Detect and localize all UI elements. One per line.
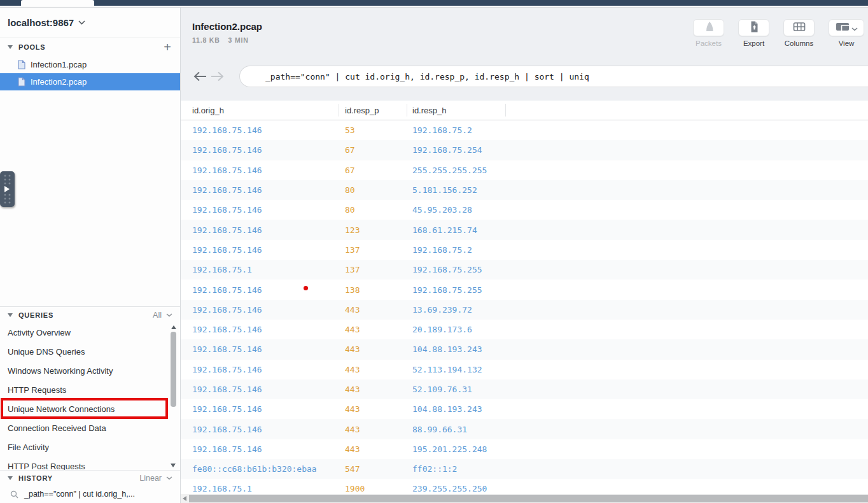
cell-resp-port[interactable]: 67 xyxy=(339,166,407,175)
cell-resp-port[interactable]: 443 xyxy=(339,365,407,374)
query-list-item[interactable]: HTTP Post Requests xyxy=(0,457,180,470)
active-tab[interactable] xyxy=(21,0,94,6)
cell-resp-port[interactable]: 443 xyxy=(339,425,407,434)
cell-resp-host[interactable]: 192.168.75.2 xyxy=(407,125,868,135)
cell-orig-host[interactable]: 192.168.75.146 xyxy=(181,444,339,454)
add-pool-button[interactable]: + xyxy=(162,41,172,53)
cell-resp-port[interactable]: 137 xyxy=(339,265,407,274)
scrollbar-thumb[interactable] xyxy=(189,495,868,502)
cell-resp-host[interactable]: 255.255.255.255 xyxy=(407,166,868,175)
cell-resp-host[interactable]: 168.61.215.74 xyxy=(407,225,868,235)
cell-resp-port[interactable]: 80 xyxy=(339,205,407,215)
query-list-item[interactable]: HTTP Requests xyxy=(0,380,180,399)
cell-orig-host[interactable]: 192.168.75.146 xyxy=(181,285,339,295)
cell-resp-port[interactable]: 547 xyxy=(339,464,407,474)
cell-resp-host[interactable]: 5.181.156.252 xyxy=(407,185,868,195)
cell-orig-host[interactable]: 192.168.75.146 xyxy=(181,225,339,235)
query-list-item[interactable]: Connection Received Data xyxy=(0,418,180,437)
cell-resp-host[interactable]: 20.189.173.6 xyxy=(407,325,868,334)
cell-resp-host[interactable]: 52.113.194.132 xyxy=(407,365,868,374)
table-row[interactable]: 192.168.75.146 80 45.95.203.28 xyxy=(181,200,868,220)
pools-section-header[interactable]: POOLS + xyxy=(0,38,180,56)
cell-orig-host[interactable]: 192.168.75.146 xyxy=(181,145,339,155)
table-row[interactable]: 192.168.75.146 67 255.255.255.255 xyxy=(181,160,868,180)
collapse-triangle-icon[interactable] xyxy=(8,476,13,480)
cell-orig-host[interactable]: 192.168.75.146 xyxy=(181,325,339,334)
cell-resp-host[interactable]: 45.95.203.28 xyxy=(407,205,868,215)
cell-orig-host[interactable]: fe80::cc68:b61b:b320:ebaa xyxy=(181,464,339,474)
columns-button[interactable] xyxy=(783,19,815,36)
cell-resp-host[interactable]: 104.88.193.243 xyxy=(407,404,868,414)
cell-orig-host[interactable]: 192.168.75.146 xyxy=(181,166,339,175)
cell-resp-port[interactable]: 53 xyxy=(339,125,407,135)
table-row[interactable]: 192.168.75.1 1900 239.255.255.250 xyxy=(181,479,868,494)
column-header-id-resp-p[interactable]: id.resp_p xyxy=(339,104,407,117)
table-row[interactable]: 192.168.75.146 443 52.109.76.31 xyxy=(181,379,868,399)
back-button[interactable] xyxy=(192,71,209,81)
cell-resp-host[interactable]: 13.69.239.72 xyxy=(407,305,868,315)
cell-resp-port[interactable]: 123 xyxy=(339,225,407,235)
history-mode-dropdown[interactable]: Linear xyxy=(139,474,172,483)
cell-orig-host[interactable]: 192.168.75.1 xyxy=(181,484,339,493)
cell-orig-host[interactable]: 192.168.75.146 xyxy=(181,425,339,434)
query-list-item[interactable]: Activity Overview xyxy=(0,323,180,342)
cell-resp-port[interactable]: 443 xyxy=(339,344,407,354)
cell-orig-host[interactable]: 192.168.75.146 xyxy=(181,305,339,315)
table-row[interactable]: 192.168.75.146 123 168.61.215.74 xyxy=(181,220,868,239)
table-row[interactable]: 192.168.75.146 443 104.88.193.243 xyxy=(181,339,868,359)
query-list-item[interactable]: Windows Networking Activity xyxy=(0,361,180,380)
pool-item-infection1[interactable]: Infection1.pcap xyxy=(0,56,180,73)
cell-resp-port[interactable]: 443 xyxy=(339,325,407,334)
cell-resp-port[interactable]: 443 xyxy=(339,444,407,454)
scroll-left-arrow-icon[interactable] xyxy=(183,496,186,501)
cell-resp-host[interactable]: 239.255.255.250 xyxy=(407,484,868,493)
cell-orig-host[interactable]: 192.168.75.146 xyxy=(181,344,339,354)
cell-resp-host[interactable]: 195.201.225.248 xyxy=(407,444,868,454)
cell-resp-host[interactable]: 192.168.75.255 xyxy=(407,285,868,295)
export-button[interactable] xyxy=(738,19,769,36)
horizontal-scrollbar[interactable] xyxy=(181,494,868,503)
table-row[interactable]: 192.168.75.146 443 13.69.239.72 xyxy=(181,300,868,320)
query-list-item[interactable]: Unique Network Connections xyxy=(0,399,180,418)
forward-button[interactable] xyxy=(209,71,225,81)
lake-selector[interactable]: localhost:9867 xyxy=(0,8,180,38)
cell-orig-host[interactable]: 192.168.75.146 xyxy=(181,245,339,255)
queries-filter-dropdown[interactable]: All xyxy=(153,311,172,320)
cell-resp-port[interactable]: 137 xyxy=(339,245,407,255)
collapse-triangle-icon[interactable] xyxy=(8,313,13,317)
cell-resp-port[interactable]: 138 xyxy=(339,285,407,295)
packets-button[interactable] xyxy=(693,19,724,36)
cell-resp-port[interactable]: 443 xyxy=(339,305,407,315)
table-row[interactable]: fe80::cc68:b61b:b320:ebaa 547 ff02::1:2 xyxy=(181,459,868,479)
cell-resp-port[interactable]: 443 xyxy=(339,385,407,394)
cell-orig-host[interactable]: 192.168.75.146 xyxy=(181,125,339,135)
cell-resp-port[interactable]: 67 xyxy=(339,145,407,155)
table-row[interactable]: 192.168.75.146 138 192.168.75.255 xyxy=(181,280,868,299)
table-row[interactable]: 192.168.75.146 80 5.181.156.252 xyxy=(181,180,868,200)
table-row[interactable]: 192.168.75.146 443 104.88.193.243 xyxy=(181,399,868,419)
query-input[interactable]: _path=="conn" | cut id.orig_h, id.resp_p… xyxy=(239,66,868,87)
table-row[interactable]: 192.168.75.146 67 192.168.75.254 xyxy=(181,140,868,160)
table-row[interactable]: 192.168.75.146 53 192.168.75.2 xyxy=(181,120,868,140)
queries-section-header[interactable]: QUERIES All xyxy=(0,306,180,323)
cell-resp-host[interactable]: 192.168.75.2 xyxy=(407,245,868,255)
pool-item-infection2[interactable]: Infection2.pcap xyxy=(0,73,180,90)
cell-resp-host[interactable]: 88.99.66.31 xyxy=(407,425,868,434)
table-row[interactable]: 192.168.75.146 137 192.168.75.2 xyxy=(181,240,868,260)
cell-resp-host[interactable]: 192.168.75.255 xyxy=(407,265,868,274)
table-row[interactable]: 192.168.75.146 443 195.201.225.248 xyxy=(181,439,868,459)
column-header-id-resp-h[interactable]: id.resp_h xyxy=(407,104,506,117)
cell-resp-port[interactable]: 1900 xyxy=(339,484,407,493)
table-row[interactable]: 192.168.75.146 443 88.99.66.31 xyxy=(181,419,868,439)
cell-resp-port[interactable]: 443 xyxy=(339,404,407,414)
history-section-header[interactable]: HISTORY Linear xyxy=(0,470,180,485)
query-list-item[interactable]: File Activity xyxy=(0,437,180,457)
cell-orig-host[interactable]: 192.168.75.146 xyxy=(181,205,339,215)
cell-orig-host[interactable]: 192.168.75.1 xyxy=(181,265,339,274)
table-row[interactable]: 192.168.75.146 443 52.113.194.132 xyxy=(181,360,868,379)
hidden-panel-handle[interactable] xyxy=(0,171,15,207)
cell-orig-host[interactable]: 192.168.75.146 xyxy=(181,404,339,414)
cell-resp-host[interactable]: 52.109.76.31 xyxy=(407,385,868,394)
cell-resp-host[interactable]: ff02::1:2 xyxy=(407,464,868,474)
column-header-id-orig-h[interactable]: id.orig_h xyxy=(181,104,339,117)
